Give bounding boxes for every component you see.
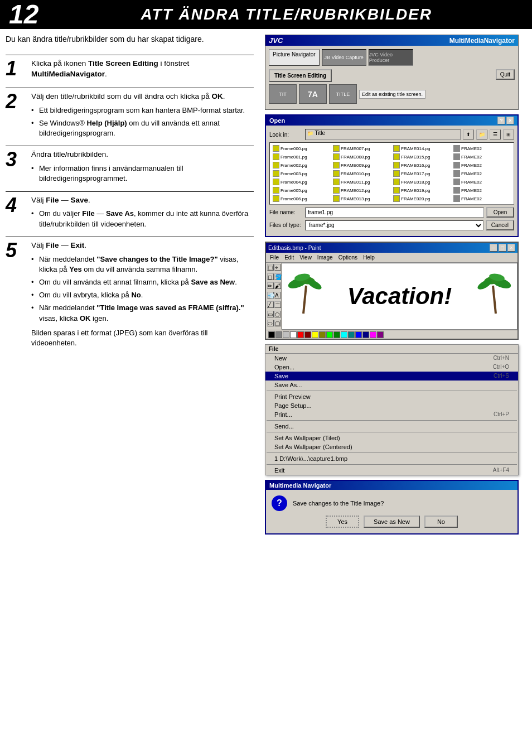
- paint-menu-edit[interactable]: Edit: [282, 254, 297, 261]
- color-gray[interactable]: [275, 331, 282, 338]
- file-item[interactable]: FRAME016.pg: [392, 161, 452, 169]
- tool-brush[interactable]: 🖌: [274, 282, 281, 289]
- tool-rect[interactable]: ▭: [267, 311, 274, 317]
- cancel-btn[interactable]: Cancel: [486, 220, 514, 230]
- tool-airbrush[interactable]: 💨: [267, 292, 274, 298]
- paint-menu-file[interactable]: File: [267, 254, 282, 261]
- paint-menu-help[interactable]: Help: [360, 254, 378, 261]
- open-btn[interactable]: Open: [486, 207, 514, 218]
- file-item[interactable]: Frame001.pg: [272, 153, 331, 161]
- tool-polygon[interactable]: ⬠: [274, 311, 281, 317]
- color-black[interactable]: [268, 331, 275, 338]
- file-item[interactable]: FRAME02: [452, 153, 512, 161]
- filetype-select[interactable]: frame*.jpg: [305, 220, 483, 230]
- look-in-select[interactable]: 📁 Title: [305, 129, 461, 140]
- color-white[interactable]: [290, 331, 297, 338]
- file-item[interactable]: Frame003.pg: [272, 170, 331, 177]
- color-teal[interactable]: [348, 331, 355, 338]
- tool-roundrect[interactable]: ▢: [274, 320, 281, 326]
- title-screen-editing-btn[interactable]: Title Screen Editing: [269, 69, 332, 82]
- yes-btn[interactable]: Yes: [326, 516, 359, 528]
- color-green[interactable]: [333, 331, 340, 338]
- file-item[interactable]: FRAME014.pg: [392, 145, 452, 152]
- save-as-new-btn[interactable]: Save as New: [364, 516, 420, 528]
- file-item[interactable]: FRAME02: [452, 170, 512, 177]
- no-btn[interactable]: No: [424, 516, 458, 528]
- menu-item-open[interactable]: Open... Ctrl+O: [265, 363, 518, 372]
- file-item[interactable]: FRAME010.pg: [332, 170, 391, 177]
- tool-line[interactable]: ╱: [267, 301, 274, 308]
- file-item[interactable]: FRAME02: [452, 195, 512, 203]
- color-olive[interactable]: [319, 331, 326, 338]
- file-item[interactable]: FRAME017.pg: [392, 170, 452, 177]
- tool-lasso[interactable]: ⌖: [274, 264, 281, 271]
- view-list-icon[interactable]: ☰: [490, 129, 501, 139]
- tool-curve[interactable]: ⌒: [274, 301, 281, 308]
- color-red[interactable]: [297, 331, 304, 338]
- color-blue[interactable]: [355, 331, 362, 338]
- picture-navigator-btn[interactable]: Picture Navigator: [269, 49, 320, 66]
- color-darkred[interactable]: [304, 331, 311, 338]
- menu-item-new[interactable]: New Ctrl+N: [265, 354, 518, 363]
- menu-item-print-preview[interactable]: Print Preview: [265, 392, 518, 401]
- file-item[interactable]: FRAME008.pg: [332, 153, 391, 161]
- maximize-btn[interactable]: □: [499, 244, 506, 252]
- file-item[interactable]: FRAME018.pg: [392, 178, 452, 186]
- video-capture-btn[interactable]: JB Video Capture: [322, 49, 366, 66]
- filename-input[interactable]: [305, 208, 484, 218]
- producer-btn[interactable]: JVC Video Producer: [369, 49, 413, 66]
- file-item[interactable]: FRAME02: [452, 161, 512, 169]
- color-magenta[interactable]: [370, 331, 376, 338]
- dialog-help-btn[interactable]: ?: [497, 117, 505, 124]
- paint-menu-view[interactable]: View: [297, 254, 315, 261]
- tool-eraser[interactable]: ◻: [267, 273, 274, 280]
- file-item[interactable]: Frame004.pg: [272, 178, 331, 186]
- color-lime[interactable]: [326, 331, 333, 338]
- file-item[interactable]: FRAME019.pg: [392, 186, 452, 194]
- minimize-btn[interactable]: ─: [490, 244, 497, 252]
- color-purple[interactable]: [377, 331, 384, 338]
- file-item[interactable]: FRAME013.pg: [332, 195, 391, 203]
- file-item[interactable]: FRAME02: [452, 186, 512, 194]
- menu-item-wallpaper-centered[interactable]: Set As Wallpaper (Centered): [265, 442, 518, 451]
- color-cyan[interactable]: [341, 331, 347, 338]
- step-1-text: Klicka på ikonen Title Screen Editing i …: [31, 59, 254, 80]
- step-3-content: Ändra title/rubrikbilden. Mer informatio…: [31, 150, 254, 186]
- file-item[interactable]: FRAME012.pg: [332, 186, 391, 194]
- menu-item-send[interactable]: Send...: [265, 422, 518, 431]
- color-silver[interactable]: [283, 331, 289, 338]
- tool-text[interactable]: A: [274, 292, 281, 298]
- view-detail-icon[interactable]: ⊞: [503, 129, 514, 139]
- tool-ellipse[interactable]: ⬭: [267, 320, 274, 326]
- file-item[interactable]: Frame002.pg: [272, 161, 331, 169]
- file-item[interactable]: FRAME015.pg: [392, 153, 452, 161]
- paint-menu-options[interactable]: Options: [336, 254, 360, 261]
- menu-item-save-as[interactable]: Save As...: [265, 381, 518, 389]
- paint-menu-image[interactable]: Image: [315, 254, 336, 261]
- close-btn[interactable]: ×: [507, 244, 515, 252]
- menu-item-recent-file[interactable]: 1 D:\Work\...\capture1.bmp: [265, 454, 518, 463]
- tool-select[interactable]: ⬚: [267, 264, 274, 271]
- file-item[interactable]: Frame005.pg: [272, 186, 331, 194]
- file-item[interactable]: FRAME009.pg: [332, 161, 391, 169]
- menu-item-exit[interactable]: Exit Alt+F4: [265, 466, 518, 475]
- color-yellow[interactable]: [312, 331, 318, 338]
- menu-item-save[interactable]: Save Ctrl+S: [265, 372, 518, 381]
- tool-pencil[interactable]: ✏: [267, 282, 274, 289]
- tool-fill[interactable]: 🪣: [274, 273, 281, 280]
- menu-item-print[interactable]: Print... Ctrl+P: [265, 410, 518, 419]
- file-item[interactable]: Frame006.pg: [272, 195, 331, 203]
- file-item[interactable]: FRAME02: [452, 178, 512, 186]
- file-item[interactable]: FRAME007.pg: [332, 145, 391, 152]
- color-navy[interactable]: [362, 331, 369, 338]
- menu-item-wallpaper-tiled[interactable]: Set As Wallpaper (Tiled): [265, 434, 518, 442]
- file-item[interactable]: Frame000.pg: [272, 145, 331, 152]
- file-item[interactable]: FRAME020.pg: [392, 195, 452, 203]
- back-icon[interactable]: ⬆: [463, 129, 474, 139]
- file-item[interactable]: FRAME02: [452, 145, 512, 152]
- file-item[interactable]: FRAME011.pg: [332, 178, 391, 186]
- quit-btn[interactable]: Quit: [496, 69, 515, 80]
- dialog-close-btn[interactable]: ×: [506, 117, 514, 124]
- new-folder-icon[interactable]: 📁: [476, 129, 487, 139]
- menu-item-page-setup[interactable]: Page Setup...: [265, 401, 518, 410]
